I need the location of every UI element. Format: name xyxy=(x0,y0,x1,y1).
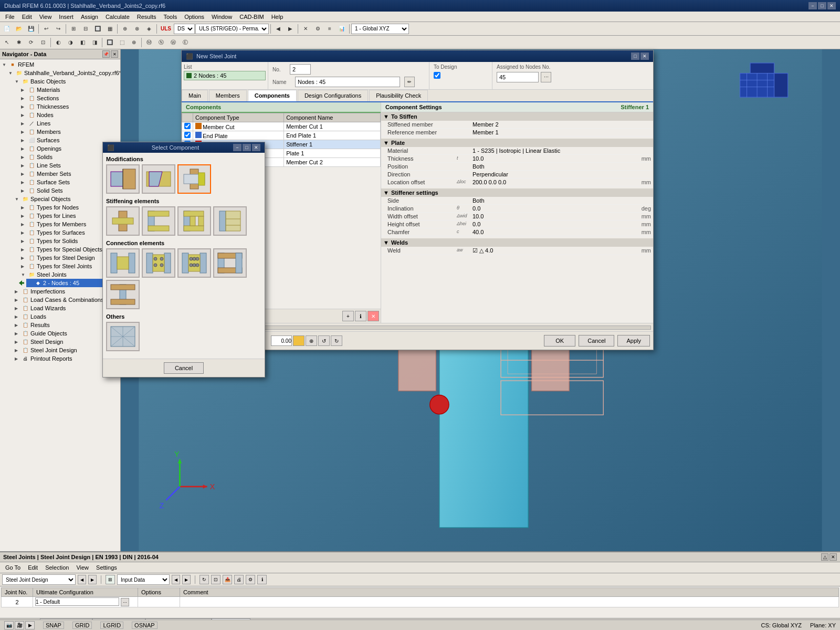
tab-plausibility[interactable]: Plausibility Check xyxy=(369,90,428,101)
assigned-select-btn[interactable]: ⋯ xyxy=(541,72,551,82)
t2b8[interactable]: ◨ xyxy=(89,37,100,48)
tb10[interactable]: ◀ xyxy=(272,23,284,35)
stiffen-header[interactable]: ▼ To Stiffen xyxy=(381,112,653,121)
tab-components[interactable]: Components xyxy=(248,90,297,101)
name-edit-btn[interactable]: ✏ xyxy=(404,77,415,87)
tb4[interactable]: ⊟ xyxy=(80,23,91,35)
tb11[interactable]: ▶ xyxy=(285,23,296,35)
bp-menu-edit[interactable]: Edit xyxy=(25,563,41,572)
apply-btn[interactable]: Apply xyxy=(617,335,650,346)
t2b15[interactable]: Ⓔ xyxy=(180,37,191,48)
bp-combo1[interactable]: Steel Joint Design xyxy=(2,574,76,585)
t2b5[interactable]: ◐ xyxy=(52,37,64,48)
select-comp-cancel-btn[interactable]: Cancel xyxy=(164,362,204,374)
bp-menu-view[interactable]: View xyxy=(73,563,92,572)
open-btn[interactable]: 📂 xyxy=(13,23,25,35)
t2b4[interactable]: ⊡ xyxy=(37,37,49,48)
menu-calculate[interactable]: Calculate xyxy=(102,13,133,21)
dlg-color-btn[interactable] xyxy=(293,335,304,346)
menu-help[interactable]: Help xyxy=(268,13,287,21)
comp-thumb-other1[interactable] xyxy=(106,322,140,351)
comp-thumb-stiff2[interactable] xyxy=(142,206,175,236)
nav-pin-btn[interactable]: 📌 xyxy=(102,50,110,58)
tree-basic[interactable]: ▼ 📁 Basic Objects xyxy=(14,77,119,86)
dialog-close-btn[interactable]: ✕ xyxy=(640,52,649,60)
comp-info-btn[interactable]: ℹ xyxy=(355,311,366,321)
menu-options[interactable]: Options xyxy=(181,13,207,21)
comp-thumb-mod2[interactable] xyxy=(142,164,175,194)
menu-edit[interactable]: Edit xyxy=(19,13,35,21)
name-input[interactable] xyxy=(295,77,400,87)
tb7[interactable]: ⊕ xyxy=(119,23,131,35)
new-btn[interactable]: 📄 xyxy=(1,23,13,35)
tree-project[interactable]: ▼ 📁 Stahlhalle_Verband_Joints2_copy.rf6* xyxy=(7,69,119,77)
status-video-btn[interactable]: 🎥 xyxy=(15,621,24,629)
bp-settings-btn[interactable]: ⚙ xyxy=(246,575,255,584)
tab-design-config[interactable]: Design Configurations xyxy=(298,90,368,101)
list-item[interactable]: 2 Nodes : 45 xyxy=(184,71,266,80)
tab-members[interactable]: Members xyxy=(209,90,247,101)
tree-sections[interactable]: ▶ 📋 Sections xyxy=(20,94,119,102)
minimize-btn[interactable]: − xyxy=(808,2,817,9)
tree-nodes[interactable]: ▶ 📋 Nodes xyxy=(20,111,119,119)
perm-combo[interactable]: ULS (STR/GEO) - Perma... xyxy=(195,24,269,34)
bp-data-row-1[interactable]: 2 ⋯ xyxy=(2,597,839,607)
bp-config-select-btn[interactable]: ⋯ xyxy=(121,598,129,606)
menu-window[interactable]: Window xyxy=(208,13,235,21)
to-design-checkbox[interactable] xyxy=(434,72,440,79)
status-play-btn[interactable]: ▶ xyxy=(25,621,35,629)
redo-btn[interactable]: ↪ xyxy=(52,23,64,35)
bp-print-btn[interactable]: 🖨 xyxy=(234,575,244,584)
maximize-btn[interactable]: □ xyxy=(818,2,826,9)
bottom-panel-expand-btn[interactable]: △ xyxy=(821,553,828,561)
tree-materials[interactable]: ▶ 📋 Materials xyxy=(20,86,119,94)
comp-thumb-mod1[interactable] xyxy=(106,164,140,194)
comp-thumb-stiff1[interactable] xyxy=(106,206,140,236)
menu-tools[interactable]: Tools xyxy=(160,13,180,21)
tree-thicknesses[interactable]: ▶ 📋 Thicknesses xyxy=(20,102,119,111)
t2b10[interactable]: ⬚ xyxy=(116,37,128,48)
comp-check-2[interactable] xyxy=(184,132,191,138)
comp-thumb-mod3[interactable] xyxy=(177,164,211,194)
tb15[interactable]: 📊 xyxy=(336,23,348,35)
t2b7[interactable]: ◧ xyxy=(77,37,88,48)
comp-thumb-conn4[interactable] xyxy=(213,248,247,278)
bp-prev-btn[interactable]: ◀ xyxy=(78,575,86,584)
select-comp-minimize-btn[interactable]: − xyxy=(233,144,242,151)
dialog-maximize-btn[interactable]: □ xyxy=(631,52,639,60)
dlg-tool-9[interactable]: ↻ xyxy=(331,335,342,346)
bp-next-btn[interactable]: ▶ xyxy=(88,575,97,584)
bp-menu-goto[interactable]: Go To xyxy=(2,563,24,572)
comp-thumb-conn2[interactable] xyxy=(142,248,175,278)
bp-combo2[interactable]: Input Data xyxy=(117,574,170,585)
menu-results[interactable]: Results xyxy=(134,13,160,21)
t2b11[interactable]: ⊕ xyxy=(128,37,140,48)
assigned-input[interactable] xyxy=(497,72,539,82)
menu-insert[interactable]: Insert xyxy=(56,13,77,21)
t2b3[interactable]: ⟳ xyxy=(25,37,37,48)
comp-thumb-conn3[interactable] xyxy=(177,248,211,278)
t2b6[interactable]: ◑ xyxy=(65,37,76,48)
select-comp-close-btn[interactable]: ✕ xyxy=(252,144,260,151)
tb12[interactable]: ✕ xyxy=(300,23,311,35)
save-btn[interactable]: 💾 xyxy=(25,23,37,35)
stiffener-header[interactable]: ▼ Stiffener settings xyxy=(381,188,653,197)
t2b2[interactable]: ✱ xyxy=(13,37,25,48)
tb13[interactable]: ⚙ xyxy=(312,23,323,35)
comp-add-btn[interactable]: + xyxy=(342,311,354,321)
bp-config-input[interactable] xyxy=(35,597,119,606)
t2b9[interactable]: 🔲 xyxy=(104,37,116,48)
bp-table-icon[interactable]: ⊞ xyxy=(106,575,115,584)
bp-data-prev-btn[interactable]: ◀ xyxy=(172,575,180,584)
comp-row-1[interactable]: Member Cut Member Cut 1 xyxy=(182,122,381,131)
menu-view[interactable]: View xyxy=(36,13,55,21)
bp-menu-settings[interactable]: Settings xyxy=(93,563,120,572)
tree-rfem[interactable]: ▼ ■ RFEM xyxy=(1,60,119,69)
comp-thumb-conn1[interactable] xyxy=(106,248,140,278)
tab-main[interactable]: Main xyxy=(182,90,208,101)
t2b14[interactable]: Ⓦ xyxy=(167,37,179,48)
bp-filter-btn[interactable]: ⊡ xyxy=(211,575,220,584)
ds-combo[interactable]: DS1 xyxy=(174,24,195,34)
cs-combo[interactable]: 1 - Global XYZ xyxy=(351,24,409,34)
t2b1[interactable]: ↖ xyxy=(1,37,13,48)
